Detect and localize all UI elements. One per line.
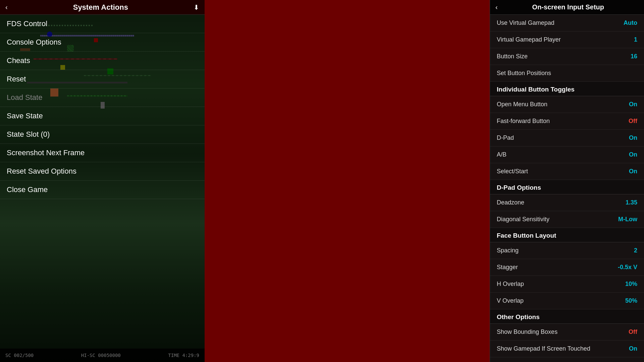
- setting-row-stagger[interactable]: Stagger-0.5x V: [490, 259, 644, 276]
- setting-value-h-overlap: 10%: [625, 281, 637, 288]
- setting-row-d-pad[interactable]: D-PadOn: [490, 130, 644, 146]
- setting-value-diagonal-sensitivity: M-Low: [618, 216, 637, 223]
- setting-label-v-overlap: V Overlap: [497, 297, 524, 304]
- setting-value-open-menu-button: On: [629, 101, 637, 108]
- left-panel-header: ‹ System Actions ⬇: [0, 0, 205, 15]
- setting-label-diagonal-sensitivity: Diagonal Sensitivity: [497, 216, 549, 223]
- menu-item-console-options[interactable]: Console Options: [0, 33, 205, 52]
- setting-row-diagonal-sensitivity[interactable]: Diagonal SensitivityM-Low: [490, 211, 644, 228]
- settings-list: Use Virtual GamepadAutoVirtual Gamepad P…: [490, 15, 644, 362]
- setting-label-ab-buttons: A/B: [497, 151, 506, 158]
- menu-item-state-slot[interactable]: State Slot (0): [0, 125, 205, 144]
- left-back-arrow[interactable]: ‹: [5, 3, 8, 11]
- setting-value-virtual-gamepad-player: 1: [634, 36, 637, 43]
- setting-value-fast-forward-button: Off: [629, 118, 637, 125]
- download-icon[interactable]: ⬇: [194, 3, 199, 11]
- setting-label-fast-forward-button: Fast-forward Button: [497, 118, 550, 125]
- menu-item-cheats[interactable]: Cheats: [0, 52, 205, 70]
- setting-value-ab-buttons: On: [629, 151, 637, 158]
- setting-row-open-menu-button[interactable]: Open Menu ButtonOn: [490, 96, 644, 113]
- setting-row-spacing[interactable]: Spacing2: [490, 242, 644, 259]
- menu-item-reset[interactable]: Reset: [0, 70, 205, 88]
- setting-value-v-overlap: 50%: [625, 297, 637, 304]
- setting-row-virtual-gamepad-player[interactable]: Virtual Gamepad Player1: [490, 32, 644, 48]
- menu-item-save-state[interactable]: Save State: [0, 107, 205, 125]
- setting-value-deadzone: 1.35: [626, 199, 637, 206]
- section-header-individual-button-toggles: Individual Button Toggles: [490, 82, 644, 96]
- setting-row-show-gamepad-if-screen-touched[interactable]: Show Gamepad If Screen TouchedOn: [490, 341, 644, 357]
- setting-value-use-virtual-gamepad: Auto: [624, 19, 637, 26]
- setting-label-stagger: Stagger: [497, 264, 518, 271]
- setting-row-button-size[interactable]: Button Size16: [490, 48, 644, 65]
- section-header-other-options: Other Options: [490, 309, 644, 324]
- menu-item-screenshot-next-frame[interactable]: Screenshot Next Frame: [0, 144, 205, 162]
- setting-row-set-button-positions[interactable]: Set Button Positions: [490, 65, 644, 82]
- setting-label-virtual-gamepad-player: Virtual Gamepad Player: [497, 36, 561, 43]
- left-panel-title: System Actions: [8, 3, 194, 12]
- setting-label-deadzone: Deadzone: [497, 199, 524, 206]
- menu-item-reset-saved-options[interactable]: Reset Saved Options: [0, 162, 205, 181]
- menu-item-close-game[interactable]: Close Game: [0, 181, 205, 199]
- setting-row-deadzone[interactable]: Deadzone1.35: [490, 194, 644, 211]
- menu-overlay: FDS ControlConsole OptionsCheatsResetLoa…: [0, 15, 205, 362]
- setting-label-h-overlap: H Overlap: [497, 281, 524, 288]
- menu-item-fds-control[interactable]: FDS Control: [0, 15, 205, 33]
- setting-row-use-virtual-gamepad[interactable]: Use Virtual GamepadAuto: [490, 15, 644, 32]
- setting-label-open-menu-button: Open Menu Button: [497, 101, 547, 108]
- setting-row-show-bounding-boxes[interactable]: Show Bounding BoxesOff: [490, 324, 644, 341]
- setting-row-ab-buttons[interactable]: A/BOn: [490, 146, 644, 163]
- system-actions-menu: FDS ControlConsole OptionsCheatsResetLoa…: [0, 15, 205, 199]
- setting-label-select-start: Select/Start: [497, 168, 528, 175]
- setting-row-h-overlap[interactable]: H Overlap10%: [490, 276, 644, 293]
- setting-label-button-size: Button Size: [497, 53, 528, 60]
- setting-value-button-size: 16: [631, 53, 637, 60]
- right-panel-header: ‹ On-screen Input Setup: [490, 0, 644, 15]
- section-header-face-button-layout: Face Button Layout: [490, 228, 644, 242]
- setting-label-set-button-positions: Set Button Positions: [497, 70, 551, 77]
- setting-value-select-start: On: [629, 168, 637, 175]
- setting-value-show-bounding-boxes: Off: [629, 328, 637, 336]
- setting-label-use-virtual-gamepad: Use Virtual Gamepad: [497, 19, 554, 26]
- setting-label-show-bounding-boxes: Show Bounding Boxes: [497, 328, 557, 336]
- setting-value-spacing: 2: [634, 247, 637, 254]
- left-panel: SC 002/500 HI-SC 00050000 TIME 4:29:9 ‹ …: [0, 0, 205, 362]
- setting-row-v-overlap[interactable]: V Overlap50%: [490, 293, 644, 309]
- setting-label-d-pad: D-Pad: [497, 134, 514, 141]
- menu-item-load-state: Load State: [0, 88, 205, 107]
- setting-value-show-gamepad-if-screen-touched: On: [629, 345, 637, 352]
- right-panel-title: On-screen Input Setup: [498, 3, 639, 11]
- setting-label-show-gamepad-if-screen-touched: Show Gamepad If Screen Touched: [497, 345, 590, 352]
- setting-row-fast-forward-button[interactable]: Fast-forward ButtonOff: [490, 113, 644, 130]
- setting-value-stagger: -0.5x V: [618, 264, 637, 271]
- setting-label-spacing: Spacing: [497, 247, 519, 254]
- setting-value-d-pad: On: [629, 134, 637, 141]
- right-back-arrow[interactable]: ‹: [495, 3, 498, 11]
- setting-row-blend-amount[interactable]: Blend Amount50%: [490, 357, 644, 362]
- right-panel: ‹ On-screen Input Setup Use Virtual Game…: [490, 0, 644, 362]
- setting-row-select-start[interactable]: Select/StartOn: [490, 163, 644, 180]
- section-header-d-pad-options: D-Pad Options: [490, 180, 644, 194]
